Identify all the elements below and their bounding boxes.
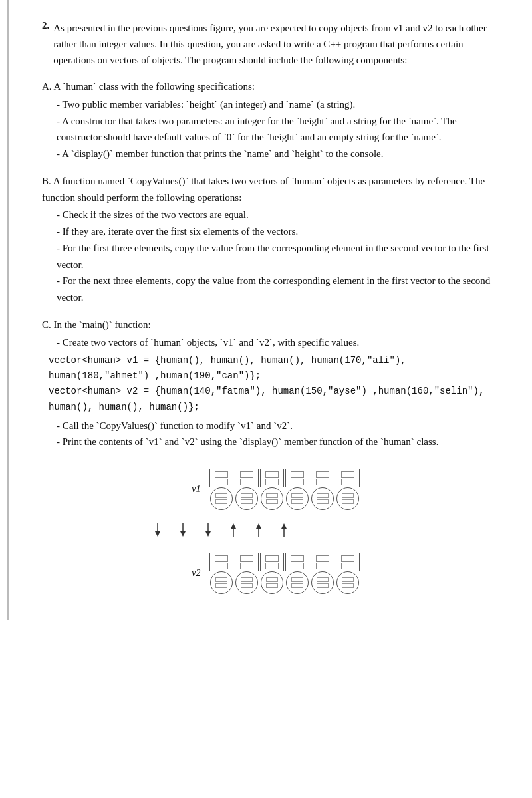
v1-cell-2 [260, 469, 284, 510]
v2-cell-4 [311, 553, 334, 594]
v2-cell-0 [209, 553, 233, 594]
v1-cell-5 [336, 469, 360, 510]
section-b: B. A function named `CopyValues()` that … [42, 173, 499, 306]
v1-row: v1 [181, 469, 360, 510]
section-c-item-3: - Print the contents of `v1` and `v2` us… [57, 434, 499, 450]
section-b-item-1: - Check if the sizes of the two vectors … [57, 207, 499, 223]
section-b-item-3: - For the first three elements, copy the… [57, 240, 499, 273]
code-line-1: vector<human> v1 = {human(), human(), hu… [49, 353, 499, 384]
section-b-label: B. A function named `CopyValues()` that … [42, 173, 499, 206]
question-intro: As presented in the previous questions f… [53, 20, 499, 68]
v2-row: v2 [181, 553, 360, 594]
section-c-items2: - Call the `CopyValues()` function to mo… [42, 418, 499, 451]
v2-cell-2 [260, 553, 284, 594]
v2-cell-5 [336, 553, 360, 594]
section-c-item-1: - Create two vectors of `human` objects,… [57, 334, 499, 351]
section-b-item-4: - For the next three elements, copy the … [57, 273, 499, 306]
code-line-2: vector<human> v2 = {human(140,"fatma"), … [49, 384, 499, 414]
section-b-item-2: - If they are, iterate over the first si… [57, 223, 499, 240]
v2-cell-3 [285, 553, 309, 594]
v1-label: v1 [181, 484, 201, 495]
section-c: C. In the `main()` function: - Create tw… [42, 317, 499, 450]
diagram: v1 [42, 469, 499, 594]
section-a-item-1: - Two public member variables: `height` … [57, 96, 499, 113]
svg-marker-5 [205, 531, 211, 537]
svg-marker-1 [155, 531, 160, 537]
section-a-item-3: - A `display()` member function that pri… [57, 146, 499, 162]
svg-marker-9 [256, 523, 261, 529]
section-c-label: C. In the `main()` function: [42, 317, 499, 333]
v1-cell-4 [311, 469, 334, 510]
section-a-label: A. A `human` class with the following sp… [42, 78, 499, 95]
v1-cell-1 [235, 469, 259, 510]
section-b-items: - Check if the sizes of the two vectors … [42, 207, 499, 306]
arrows-container [117, 522, 424, 541]
section-a-item-2: - A constructor that takes two parameter… [57, 113, 499, 146]
question-number: 2. [42, 20, 49, 31]
v1-cell-3 [285, 469, 309, 510]
v2-cell-1 [235, 553, 259, 594]
section-c-item-2: - Call the `CopyValues()` function to mo… [57, 418, 499, 434]
svg-marker-3 [180, 531, 186, 537]
section-a: A. A `human` class with the following sp… [42, 78, 499, 162]
v1-cells [209, 469, 360, 510]
svg-marker-7 [231, 523, 236, 529]
section-a-items: - Two public member variables: `height` … [42, 96, 499, 162]
arrows-svg [145, 522, 424, 538]
v2-cells [209, 553, 360, 594]
code-block: vector<human> v1 = {human(), human(), hu… [42, 353, 499, 414]
section-c-items: - Create two vectors of `human` objects,… [42, 334, 499, 351]
v1-cell-0 [209, 469, 233, 510]
v2-label: v2 [181, 568, 201, 579]
svg-marker-11 [281, 523, 287, 529]
